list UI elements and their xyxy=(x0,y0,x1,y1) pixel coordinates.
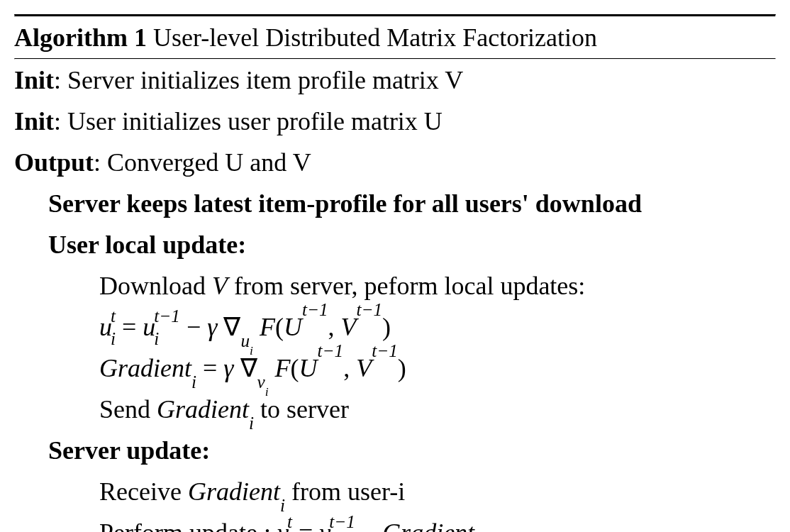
rparen1: ) xyxy=(382,313,391,341)
init1-text: : Server initializes item profile matrix… xyxy=(54,66,463,94)
output-line: Output: Converged U and V xyxy=(14,142,776,183)
download-suffix: from server, peform local updates: xyxy=(228,272,585,300)
server-update-line: Server update: xyxy=(14,430,776,471)
perform-prefix: Perform update : xyxy=(99,519,277,532)
server-keeps-line: Server keeps latest item-profile for all… xyxy=(14,183,776,224)
perform-update-line: Perform update : vti = vt−1i − Gradienti xyxy=(14,512,776,532)
download-var: V xyxy=(212,272,228,300)
rparen2: ) xyxy=(398,354,406,382)
var-U2: U xyxy=(299,354,318,382)
sup-U-tm1: t−1 xyxy=(302,300,328,319)
output-label: Output xyxy=(14,148,94,177)
init1-label: Init xyxy=(14,66,54,94)
sup-t: t xyxy=(111,309,116,325)
sup-t-v: t xyxy=(287,514,292,531)
download-prefix: Download xyxy=(99,272,212,300)
receive-sub: i xyxy=(280,496,285,515)
sup-tm1: t−1 xyxy=(154,309,180,325)
sup-U-tm1-b: t−1 xyxy=(318,341,344,360)
var-U: U xyxy=(284,313,302,341)
var-V: V xyxy=(341,313,357,341)
send-line: Send Gradienti to server xyxy=(14,389,776,430)
algorithm-title: User-level Distributed Matrix Factorizat… xyxy=(147,23,597,52)
nabla-sub-vi: i xyxy=(265,384,269,399)
send-sub: i xyxy=(249,414,254,433)
comma2: , xyxy=(343,354,356,382)
algorithm-block: Algorithm 1 User-level Distributed Matri… xyxy=(14,14,776,532)
minus-sign2: − xyxy=(355,519,382,532)
nabla-sub-ui: i xyxy=(250,343,253,358)
nabla2: ∇ xyxy=(240,354,257,382)
eq-sign3: = xyxy=(292,519,319,532)
gamma2: γ xyxy=(223,354,233,382)
func-F2: F xyxy=(275,354,291,382)
sub-i2: i xyxy=(154,331,180,348)
init2-text: : User initializes user profile matrix U xyxy=(54,107,443,135)
download-line: Download V from server, peform local upd… xyxy=(14,265,776,306)
receive-prefix: Receive xyxy=(99,477,188,506)
receive-line: Receive Gradienti from user-i xyxy=(14,471,776,512)
nabla-sub-v: v xyxy=(257,372,265,392)
gradient-sub-i: i xyxy=(191,372,196,392)
init-line-2: Init: User initializes user profile matr… xyxy=(14,101,776,142)
eq-sign2: = xyxy=(196,354,223,382)
func-F: F xyxy=(260,313,275,341)
nabla-sub-u: u xyxy=(240,331,250,350)
equation-gradient: Gradienti = γ ∇vi F(Ut−1, Vt−1) xyxy=(14,348,776,389)
sup-V-tm1-b: t−1 xyxy=(372,341,398,360)
minus-sign: − xyxy=(180,313,207,341)
gradient-word2: Gradient xyxy=(382,519,474,532)
var-V2: V xyxy=(356,354,372,382)
algorithm-number: Algorithm 1 xyxy=(14,23,147,52)
sup-tm1-v: t−1 xyxy=(329,514,355,531)
lparen1: ( xyxy=(275,313,284,341)
algorithm-header: Algorithm 1 User-level Distributed Matri… xyxy=(14,17,776,58)
sup-V-tm1: t−1 xyxy=(357,300,383,319)
gradient-word: Gradient xyxy=(99,354,191,382)
output-text: : Converged U and V xyxy=(94,148,311,177)
nabla1: ∇ xyxy=(223,313,240,341)
lparen2: ( xyxy=(291,354,299,382)
user-local-update-line: User local update: xyxy=(14,224,776,265)
comma1: , xyxy=(328,313,341,341)
send-var: Gradient xyxy=(157,395,249,423)
init-line-1: Init: Server initializes item profile ma… xyxy=(14,60,776,101)
init2-label: Init xyxy=(14,107,54,135)
sub-i: i xyxy=(111,331,116,348)
receive-suffix: from user-i xyxy=(285,477,405,506)
send-prefix: Send xyxy=(99,395,157,423)
send-suffix: to server xyxy=(254,395,349,423)
gamma: γ xyxy=(207,313,217,341)
receive-var: Gradient xyxy=(188,477,280,506)
eq-sign: = xyxy=(116,313,143,341)
